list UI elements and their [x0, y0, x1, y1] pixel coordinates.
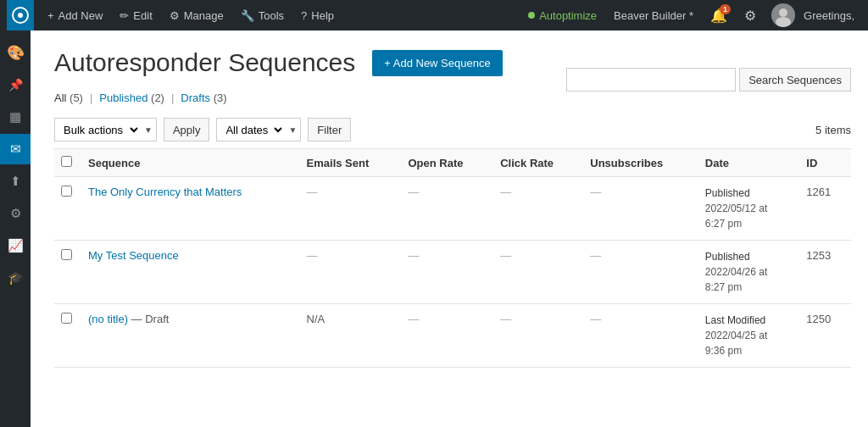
- header-id: ID: [798, 149, 851, 177]
- sequence-name-cell: (no title) — Draft Edit | Quick Edit | T…: [80, 304, 298, 368]
- table-header: Sequence Emails Sent Open Rate Click Rat…: [54, 149, 851, 177]
- row-checkbox-cell: [54, 241, 80, 304]
- select-all-checkbox[interactable]: [61, 156, 72, 167]
- row-checkbox-cell: [54, 304, 80, 368]
- date-cell: Last Modified2022/04/25 at9:36 pm: [697, 304, 798, 368]
- sidebar-item-email[interactable]: ✉: [0, 134, 31, 164]
- sequence-name-link[interactable]: My Test Sequence: [88, 249, 179, 262]
- emails-sent-cell: N/A: [298, 304, 400, 368]
- row-checkbox[interactable]: [61, 313, 72, 324]
- svg-point-1: [18, 13, 23, 18]
- add-new-sequence-button[interactable]: + Add New Sequence: [372, 50, 502, 76]
- filter-published-count: (2): [147, 92, 164, 104]
- filter-drafts-count: (3): [210, 92, 227, 104]
- dates-chevron: ▼: [285, 125, 300, 135]
- nav-autoptimize[interactable]: Autoptimize: [521, 0, 604, 30]
- unsubscribes-cell: —: [581, 241, 697, 304]
- nav-edit[interactable]: ✏ Edit: [113, 0, 159, 30]
- nav-add-new[interactable]: + Add New: [41, 0, 109, 30]
- table-body: The Only Currency that Matters Edit | Qu…: [54, 177, 851, 368]
- autoptimize-dot: [528, 12, 535, 19]
- draft-label: — Draft: [131, 313, 170, 325]
- sequence-name-cell: My Test Sequence Edit | Quick Edit | Tra…: [80, 241, 298, 304]
- open-rate-cell: —: [399, 241, 492, 304]
- sequence-name-cell: The Only Currency that Matters Edit | Qu…: [80, 177, 298, 241]
- click-rate-cell: —: [492, 241, 581, 304]
- pin-icon: 📌: [8, 78, 23, 92]
- filter-drafts[interactable]: Drafts: [181, 92, 210, 104]
- id-cell: 1261: [798, 177, 851, 241]
- nav-help[interactable]: ? Help: [294, 0, 341, 30]
- site-logo[interactable]: [7, 0, 34, 30]
- filter-links: All (5) | Published (2) | Drafts (3): [54, 92, 227, 104]
- sidebar-item-grid[interactable]: ▦: [0, 102, 31, 132]
- nav-notifications[interactable]: 🔔 1: [704, 0, 734, 30]
- nav-manage[interactable]: ⚙ Manage: [163, 0, 231, 30]
- palette-icon: 🎨: [7, 44, 25, 62]
- row-checkbox[interactable]: [61, 186, 72, 197]
- search-input[interactable]: [566, 68, 736, 92]
- sequences-table: Sequence Emails Sent Open Rate Click Rat…: [54, 148, 851, 368]
- upload-icon: ⬆: [10, 174, 21, 189]
- items-count: 5 items: [815, 124, 851, 136]
- graduation-icon: 🎓: [8, 270, 24, 286]
- filter-button[interactable]: Filter: [308, 118, 351, 141]
- search-area: Search Sequences: [566, 68, 851, 92]
- bulk-actions-wrapper: Bulk actions ▼: [54, 118, 157, 141]
- header-sequence: Sequence: [80, 149, 298, 177]
- nav-greetings: Greetings,: [804, 9, 861, 22]
- emails-sent-cell: —: [298, 241, 400, 304]
- table-row: (no title) — Draft Edit | Quick Edit | T…: [54, 304, 851, 368]
- filter-all[interactable]: All: [54, 92, 66, 104]
- header-emails-sent: Emails Sent: [298, 149, 400, 177]
- sidebar-item-chart[interactable]: 📈: [0, 230, 31, 261]
- plus-icon: +: [47, 9, 54, 22]
- toolbar-row: Bulk actions ▼ Apply All dates ▼ Filter …: [54, 118, 851, 141]
- row-checkbox[interactable]: [61, 249, 72, 260]
- app-layout: 🎨 📌 ▦ ✉ ⬆ ⚙ 📈 🎓 Autoresponder Sequences …: [0, 30, 868, 427]
- sidebar-item-design[interactable]: 🎨: [0, 37, 31, 68]
- header-unsubscribes: Unsubscribes: [581, 149, 697, 177]
- top-navigation: + Add New ✏ Edit ⚙ Manage 🔧 Tools ? Help…: [0, 0, 868, 30]
- unsubscribes-cell: —: [581, 304, 697, 368]
- bulk-actions-chevron: ▼: [141, 125, 156, 135]
- id-cell: 1250: [798, 304, 851, 368]
- gear-icon: ⚙: [744, 8, 756, 24]
- nav-tools[interactable]: 🔧 Tools: [234, 0, 291, 30]
- filter-all-count: (5): [66, 92, 83, 104]
- open-rate-cell: —: [399, 177, 492, 241]
- click-rate-cell: —: [492, 177, 581, 241]
- sidebar-item-settings[interactable]: ⚙: [0, 198, 31, 229]
- nav-beaver-builder[interactable]: Beaver Builder *: [607, 0, 700, 30]
- sequence-name-link[interactable]: (no title): [88, 313, 128, 325]
- filter-published[interactable]: Published: [99, 92, 147, 104]
- tools-icon: 🔧: [241, 9, 254, 22]
- click-rate-cell: —: [492, 304, 581, 368]
- nav-settings[interactable]: ⚙: [737, 0, 763, 30]
- sidebar: 🎨 📌 ▦ ✉ ⬆ ⚙ 📈 🎓: [0, 30, 31, 427]
- edit-icon: ✏: [120, 9, 129, 22]
- bulk-actions-select[interactable]: Bulk actions: [55, 119, 141, 141]
- svg-point-3: [776, 17, 791, 27]
- row-checkbox-cell: [54, 177, 80, 241]
- open-rate-cell: —: [399, 304, 492, 368]
- unsubscribes-cell: —: [581, 177, 697, 241]
- header-open-rate: Open Rate: [399, 149, 492, 177]
- help-icon: ?: [301, 9, 307, 22]
- email-icon: ✉: [10, 141, 21, 157]
- date-cell: Published2022/05/12 at6:27 pm: [697, 177, 798, 241]
- sidebar-item-upload[interactable]: ⬆: [0, 166, 31, 197]
- emails-sent-cell: —: [298, 177, 400, 241]
- apply-button[interactable]: Apply: [164, 118, 210, 141]
- sequence-name-link[interactable]: The Only Currency that Matters: [88, 186, 242, 198]
- table-row: My Test Sequence Edit | Quick Edit | Tra…: [54, 241, 851, 304]
- notification-badge: 1: [720, 4, 731, 14]
- header-checkbox-col: [54, 149, 80, 177]
- header-click-rate: Click Rate: [492, 149, 581, 177]
- nav-avatar[interactable]: [771, 3, 795, 27]
- sidebar-item-pin[interactable]: 📌: [0, 69, 31, 100]
- all-dates-select[interactable]: All dates: [217, 119, 285, 141]
- sidebar-item-learn[interactable]: 🎓: [0, 263, 31, 293]
- search-sequences-button[interactable]: Search Sequences: [739, 68, 851, 92]
- dates-wrapper: All dates ▼: [216, 118, 301, 141]
